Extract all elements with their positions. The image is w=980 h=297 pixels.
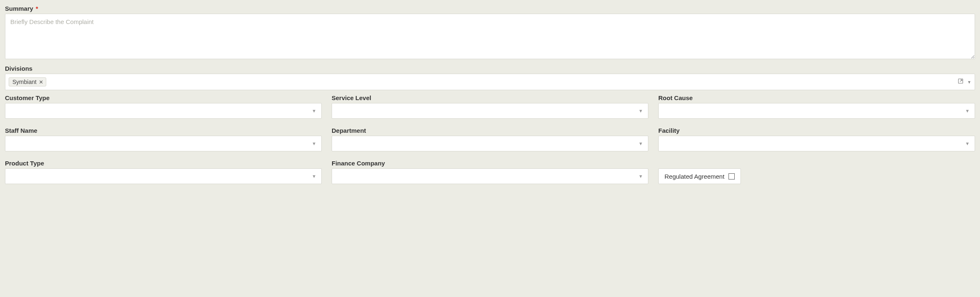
- department-label: Department: [332, 127, 648, 134]
- finance-company-label: Finance Company: [332, 160, 648, 167]
- service-level-select[interactable]: ▼: [332, 103, 648, 119]
- chevron-down-icon[interactable]: ▼: [967, 80, 971, 84]
- regulated-agreement-label: Regulated Agreement: [664, 173, 724, 180]
- open-dialog-icon[interactable]: [957, 78, 964, 86]
- finance-company-field: Finance Company ▼: [332, 160, 648, 184]
- chevron-down-icon: ▼: [638, 174, 643, 179]
- chevron-down-icon: ▼: [312, 108, 316, 113]
- facility-select[interactable]: ▼: [658, 136, 975, 151]
- required-asterisk: *: [36, 5, 38, 12]
- divisions-label: Divisions: [5, 65, 975, 72]
- staff-name-field: Staff Name ▼: [5, 127, 322, 151]
- root-cause-field: Root Cause ▼: [658, 94, 975, 119]
- staff-name-select[interactable]: ▼: [5, 136, 322, 151]
- divisions-actions: ▼: [957, 78, 971, 86]
- divisions-field: Divisions Symbiant ✕ ▼: [5, 65, 975, 90]
- chevron-down-icon: ▼: [965, 108, 970, 113]
- summary-label: Summary *: [5, 5, 975, 12]
- department-field: Department ▼: [332, 127, 648, 151]
- checkbox-icon: [728, 173, 735, 180]
- chevron-down-icon: ▼: [312, 174, 316, 179]
- customer-type-field: Customer Type ▼: [5, 94, 322, 119]
- department-select[interactable]: ▼: [332, 136, 648, 151]
- division-tag[interactable]: Symbiant ✕: [9, 77, 46, 86]
- chevron-down-icon: ▼: [312, 141, 316, 146]
- product-type-label: Product Type: [5, 160, 322, 167]
- finance-company-select[interactable]: ▼: [332, 168, 648, 184]
- chevron-down-icon: ▼: [965, 141, 970, 146]
- service-level-label: Service Level: [332, 94, 648, 101]
- divisions-tagbox[interactable]: Symbiant ✕ ▼: [5, 74, 975, 90]
- chevron-down-icon: ▼: [638, 141, 643, 146]
- division-tag-label: Symbiant: [12, 79, 36, 85]
- staff-name-label: Staff Name: [5, 127, 322, 134]
- close-icon[interactable]: ✕: [39, 79, 43, 85]
- chevron-down-icon: ▼: [638, 108, 643, 113]
- summary-label-text: Summary: [5, 5, 33, 12]
- root-cause-select[interactable]: ▼: [658, 103, 975, 119]
- regulated-agreement-checkbox[interactable]: Regulated Agreement: [658, 168, 741, 184]
- facility-field: Facility ▼: [658, 127, 975, 151]
- regulated-agreement-field: Regulated Agreement: [658, 160, 975, 184]
- summary-input[interactable]: [5, 14, 975, 59]
- root-cause-label: Root Cause: [658, 94, 975, 101]
- summary-field: Summary *: [5, 5, 975, 61]
- service-level-field: Service Level ▼: [332, 94, 648, 119]
- product-type-field: Product Type ▼: [5, 160, 322, 184]
- fields-grid: Customer Type ▼ Service Level ▼ Root Cau…: [5, 94, 975, 188]
- facility-label: Facility: [658, 127, 975, 134]
- customer-type-label: Customer Type: [5, 94, 322, 101]
- product-type-select[interactable]: ▼: [5, 168, 322, 184]
- customer-type-select[interactable]: ▼: [5, 103, 322, 119]
- complaint-form: Summary * Divisions Symbiant ✕ ▼ Custome…: [5, 5, 975, 188]
